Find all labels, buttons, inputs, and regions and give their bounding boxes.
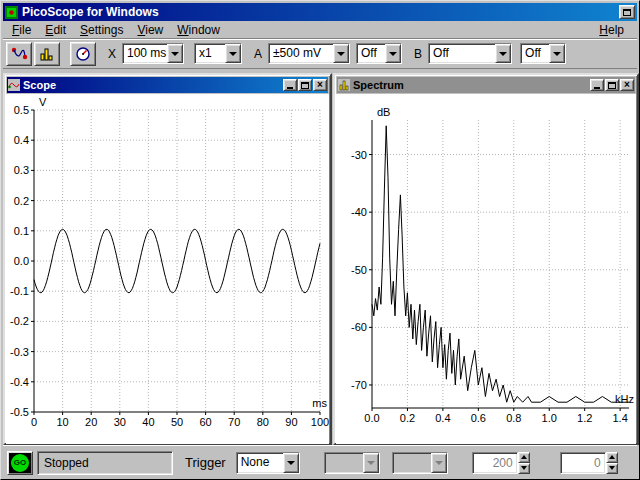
threshold-up-button[interactable] — [518, 452, 530, 463]
go-button[interactable]: GO — [7, 451, 33, 475]
restore-icon — [623, 9, 631, 16]
trigger-direction-dropdown-button — [431, 453, 447, 473]
channel-b-range-dropdown-button[interactable] — [495, 44, 511, 63]
multiplier-select[interactable]: x1 — [194, 43, 242, 64]
maximize-icon — [301, 82, 309, 89]
go-icon: GO — [11, 454, 29, 472]
spectrum-maximize-button[interactable] — [605, 79, 619, 91]
svg-text:-0.2: -0.2 — [10, 315, 29, 327]
trigger-threshold-value: 200 — [472, 452, 518, 474]
scope-titlebar[interactable]: Scope × — [7, 77, 328, 93]
menu-window[interactable]: Window — [170, 22, 227, 38]
svg-text:100: 100 — [311, 416, 329, 428]
spectrum-window: Spectrum × 0.00.20.40.60.81.01.21.4-30-4… — [333, 73, 639, 445]
scope-maximize-button[interactable] — [298, 79, 312, 91]
new-scope-button[interactable] — [6, 42, 32, 66]
svg-text:40: 40 — [142, 416, 154, 428]
channel-b-mode-dropdown-button[interactable] — [549, 44, 565, 63]
chevron-down-icon — [553, 52, 561, 56]
trigger-mode-dropdown-button[interactable] — [283, 453, 299, 473]
svg-text:-40: -40 — [351, 206, 367, 218]
chevron-down-icon — [287, 461, 295, 465]
svg-text:60: 60 — [199, 416, 211, 428]
menu-edit[interactable]: Edit — [38, 22, 73, 38]
spectrum-titlebar[interactable]: Spectrum × — [337, 77, 635, 93]
channel-a-mode-select[interactable]: Off — [356, 43, 402, 64]
svg-text:0.0: 0.0 — [14, 255, 29, 267]
svg-text:1.4: 1.4 — [612, 412, 627, 424]
svg-text:1.0: 1.0 — [542, 412, 557, 424]
svg-text:dB: dB — [377, 106, 390, 118]
svg-text:-0.1: -0.1 — [10, 285, 29, 297]
svg-text:kHz: kHz — [615, 393, 634, 405]
trigger-mode-select[interactable]: None — [236, 452, 300, 474]
scope-window-icon — [8, 79, 20, 91]
menu-view[interactable]: View — [130, 22, 170, 38]
svg-text:ms: ms — [312, 397, 327, 409]
svg-text:0.0: 0.0 — [364, 412, 379, 424]
trigger-threshold-spinner: 200 — [472, 452, 530, 474]
svg-text:70: 70 — [228, 416, 240, 428]
svg-text:V: V — [39, 96, 47, 108]
delay-down-button[interactable] — [606, 463, 618, 474]
new-spectrum-button[interactable] — [34, 42, 60, 66]
svg-text:0.6: 0.6 — [471, 412, 486, 424]
delay-up-button[interactable] — [606, 452, 618, 463]
maximize-icon — [608, 82, 616, 89]
chevron-down-icon — [229, 52, 237, 56]
channel-b-mode-select[interactable]: Off — [520, 43, 566, 64]
svg-text:-30: -30 — [351, 149, 367, 161]
spectrum-icon — [38, 46, 56, 62]
arrow-down-icon — [609, 466, 615, 470]
menu-file[interactable]: File — [5, 22, 38, 38]
scope-plot: 01020304050607080901000.50.40.30.20.10.0… — [6, 94, 329, 444]
spectrum-close-button[interactable]: × — [620, 79, 634, 91]
channel-a-range-dropdown-button[interactable] — [333, 44, 349, 63]
svg-text:0.4: 0.4 — [14, 134, 29, 146]
trigger-channel-dropdown-button — [363, 453, 379, 473]
spectrum-window-icon — [338, 79, 350, 91]
arrow-up-icon — [609, 455, 615, 459]
chevron-down-icon — [171, 52, 179, 56]
scope-window-title: Scope — [23, 79, 282, 91]
channel-b-mode-value: Off — [521, 44, 549, 63]
trigger-channel-value — [325, 453, 363, 473]
threshold-down-button[interactable] — [518, 463, 530, 474]
menu-settings[interactable]: Settings — [73, 22, 130, 38]
menubar: File Edit Settings View Window Help — [3, 21, 637, 39]
menu-help[interactable]: Help — [592, 22, 631, 38]
svg-text:-60: -60 — [351, 321, 367, 333]
scope-close-button[interactable]: × — [313, 79, 327, 91]
trigger-direction-select — [392, 452, 448, 474]
trigger-delay-value: 0 — [560, 452, 606, 474]
svg-text:0.2: 0.2 — [400, 412, 415, 424]
arrow-down-icon — [521, 466, 527, 470]
channel-b-range-select[interactable]: Off — [428, 43, 512, 64]
titlebar: PicoScope for Windows — [3, 3, 637, 21]
chevron-down-icon — [499, 52, 507, 56]
spectrum-minimize-button[interactable] — [590, 79, 604, 91]
new-meter-button[interactable] — [70, 42, 96, 66]
trigger-label: Trigger — [185, 455, 226, 470]
trigger-direction-value — [393, 453, 431, 473]
svg-text:80: 80 — [257, 416, 269, 428]
scope-minimize-button[interactable] — [283, 79, 297, 91]
scope-window: Scope × 01020304050607080901000.50.40.30… — [3, 73, 332, 445]
timebase-value: 100 ms — [123, 44, 167, 63]
timebase-select[interactable]: 100 ms — [122, 43, 184, 64]
svg-text:-0.3: -0.3 — [10, 346, 29, 358]
svg-text:0.4: 0.4 — [435, 412, 450, 424]
channel-a-range-value: ±500 mV — [269, 44, 333, 63]
channel-a-label: A — [254, 47, 262, 61]
channel-a-range-select[interactable]: ±500 mV — [268, 43, 350, 64]
multiplier-dropdown-button[interactable] — [225, 44, 241, 63]
timebase-dropdown-button[interactable] — [167, 44, 183, 63]
meter-icon — [74, 46, 92, 62]
channel-a-mode-dropdown-button[interactable] — [385, 44, 401, 63]
svg-text:50: 50 — [171, 416, 183, 428]
chevron-down-icon — [389, 52, 397, 56]
restore-button[interactable] — [619, 5, 635, 19]
svg-text:-50: -50 — [351, 264, 367, 276]
status-field: Stopped — [37, 451, 173, 475]
channel-b-label: B — [414, 47, 422, 61]
